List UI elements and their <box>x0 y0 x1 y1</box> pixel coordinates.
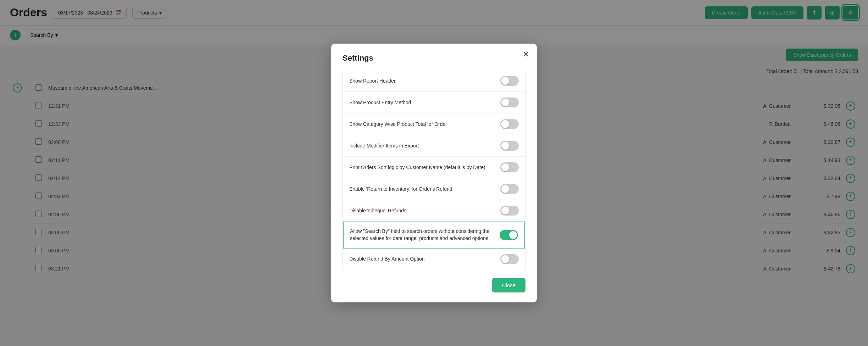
toggle-allow_search_by[interactable] <box>500 230 518 240</box>
toggle-disable_cheque[interactable] <box>500 206 519 216</box>
setting-row-allow_search_by: Allow "Search By" field to search orders… <box>343 222 525 248</box>
setting-row-include_modifier: Include Modifier Items in Export <box>343 135 525 157</box>
setting-label-allow_search_by: Allow "Search By" field to search orders… <box>350 228 500 242</box>
setting-label-include_modifier: Include Modifier Items in Export <box>349 143 500 150</box>
close-modal-button[interactable]: Close <box>492 278 525 292</box>
modal-footer: Close <box>343 278 525 292</box>
setting-label-disable_refund: Disable Refund By Amount Option <box>349 256 500 263</box>
toggle-disable_refund[interactable] <box>500 254 519 264</box>
modal-title: Settings <box>343 54 525 63</box>
toggle-show_report_header[interactable] <box>500 76 519 86</box>
setting-label-print_orders_sort: Print Orders Sort logic by Customer Name… <box>349 164 500 171</box>
toggle-include_modifier[interactable] <box>500 141 519 151</box>
settings-list: Show Report HeaderShow Product Entry Met… <box>343 70 525 270</box>
setting-label-show_report_header: Show Report Header <box>349 78 500 85</box>
setting-label-disable_cheque: Disable 'Cheque' Refunds <box>349 207 500 214</box>
setting-row-disable_refund: Disable Refund By Amount Option <box>343 249 525 270</box>
modal-close-button[interactable]: ✕ <box>523 51 529 58</box>
setting-row-enable_return: Enable 'Return to Inventory' for Order's… <box>343 178 525 200</box>
setting-row-show_product_entry: Show Product Entry Method <box>343 92 525 113</box>
setting-label-show_product_entry: Show Product Entry Method <box>349 99 500 106</box>
modal-overlay: Settings ✕ Show Report HeaderShow Produc… <box>0 0 868 346</box>
toggle-show_product_entry[interactable] <box>500 97 519 107</box>
toggle-enable_return[interactable] <box>500 184 519 194</box>
setting-label-show_category_wise: Show Category Wise Product Total for Ord… <box>349 121 500 128</box>
toggle-show_category_wise[interactable] <box>500 119 519 129</box>
setting-row-print_orders_sort: Print Orders Sort logic by Customer Name… <box>343 157 525 178</box>
setting-row-show_category_wise: Show Category Wise Product Total for Ord… <box>343 113 525 135</box>
setting-row-disable_cheque: Disable 'Cheque' Refunds <box>343 200 525 222</box>
settings-modal: Settings ✕ Show Report HeaderShow Produc… <box>331 44 537 302</box>
page-background: Orders 08/17/2023 - 08/24/2023 📅 Product… <box>0 0 868 346</box>
setting-label-enable_return: Enable 'Return to Inventory' for Order's… <box>349 186 500 193</box>
toggle-print_orders_sort[interactable] <box>500 162 519 172</box>
setting-row-show_report_header: Show Report Header <box>343 70 525 92</box>
